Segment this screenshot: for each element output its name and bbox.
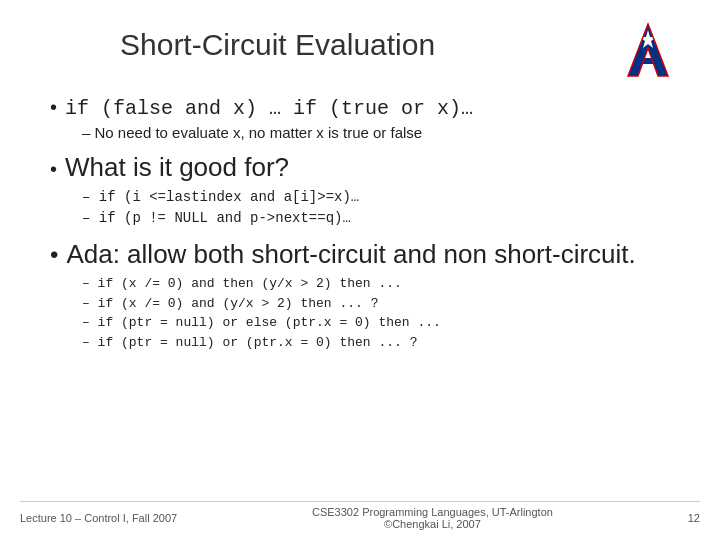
footer-left: Lecture 10 – Control I, Fall 2007 bbox=[20, 512, 177, 524]
footer: Lecture 10 – Control I, Fall 2007 CSE330… bbox=[0, 506, 720, 530]
bullet-2-sub-1: – if (i <=lastindex and a[i]>=x)… bbox=[82, 187, 680, 208]
bullet-2-section: • What is it good for? – if (i <=lastind… bbox=[50, 152, 680, 229]
bullet-2-dot: • bbox=[50, 158, 57, 181]
bullet-2-sub-2: – if (p != NULL and p->next==q)… bbox=[82, 208, 680, 229]
bullet-3-text: Ada: allow both short-circuit and non sh… bbox=[66, 239, 635, 270]
bullet-1-sub-text: – No need to evaluate x, no matter x is … bbox=[82, 124, 422, 141]
bullet-3-sub-1: – if (x /= 0) and then (y/x > 2) then ..… bbox=[82, 274, 680, 294]
university-logo bbox=[616, 20, 680, 84]
bullet-3-main: • Ada: allow both short-circuit and non … bbox=[50, 239, 680, 270]
footer-center-line1: CSE3302 Programming Languages, UT-Arling… bbox=[312, 506, 553, 518]
slide: Short-Circuit Evaluation • if (false and… bbox=[0, 0, 720, 540]
bullet-1-section: • if (false and x) … if (true or x)… – N… bbox=[50, 96, 680, 142]
bullet-2-subs: – if (i <=lastindex and a[i]>=x)… – if (… bbox=[50, 187, 680, 229]
bullet-3-dot: • bbox=[50, 241, 58, 269]
bullet-3-sub-3-code: – if (ptr = null) or else (ptr.x = 0) th… bbox=[82, 313, 441, 333]
bullet-3-sub-2: – if (x /= 0) and (y/x > 2) then ... ? bbox=[82, 294, 680, 314]
slide-header: Short-Circuit Evaluation bbox=[40, 20, 680, 84]
footer-divider bbox=[20, 501, 700, 502]
bullet-1-sub: – No need to evaluate x, no matter x is … bbox=[50, 124, 680, 142]
bullet-3-sub-4: – if (ptr = null) or (ptr.x = 0) then ..… bbox=[82, 333, 680, 353]
bullet-3-sub-2-code: – if (x /= 0) and (y/x > 2) then ... ? bbox=[82, 294, 378, 314]
bullet-1-dot: • bbox=[50, 96, 57, 119]
slide-title: Short-Circuit Evaluation bbox=[40, 20, 435, 62]
slide-content: • if (false and x) … if (true or x)… – N… bbox=[40, 96, 680, 352]
svg-marker-1 bbox=[636, 58, 660, 64]
bullet-3-subs: – if (x /= 0) and then (y/x > 2) then ..… bbox=[50, 274, 680, 352]
footer-right: 12 bbox=[688, 512, 700, 524]
footer-center-line2: ©Chengkai Li, 2007 bbox=[312, 518, 553, 530]
bullet-3-section: • Ada: allow both short-circuit and non … bbox=[50, 239, 680, 352]
bullet-2-sub-2-code: – if (p != NULL and p->next==q)… bbox=[82, 208, 351, 229]
bullet-1-code: if (false and x) … if (true or x)… bbox=[65, 97, 473, 120]
bullet-3-sub-1-code: – if (x /= 0) and then (y/x > 2) then ..… bbox=[82, 274, 402, 294]
bullet-2-text: What is it good for? bbox=[65, 152, 289, 183]
bullet-2-sub-1-code: – if (i <=lastindex and a[i]>=x)… bbox=[82, 187, 359, 208]
bullet-1-main: • if (false and x) … if (true or x)… bbox=[50, 96, 680, 120]
footer-center: CSE3302 Programming Languages, UT-Arling… bbox=[312, 506, 553, 530]
bullet-3-sub-4-code: – if (ptr = null) or (ptr.x = 0) then ..… bbox=[82, 333, 417, 353]
bullet-3-sub-3: – if (ptr = null) or else (ptr.x = 0) th… bbox=[82, 313, 680, 333]
bullet-2-main: • What is it good for? bbox=[50, 152, 680, 183]
